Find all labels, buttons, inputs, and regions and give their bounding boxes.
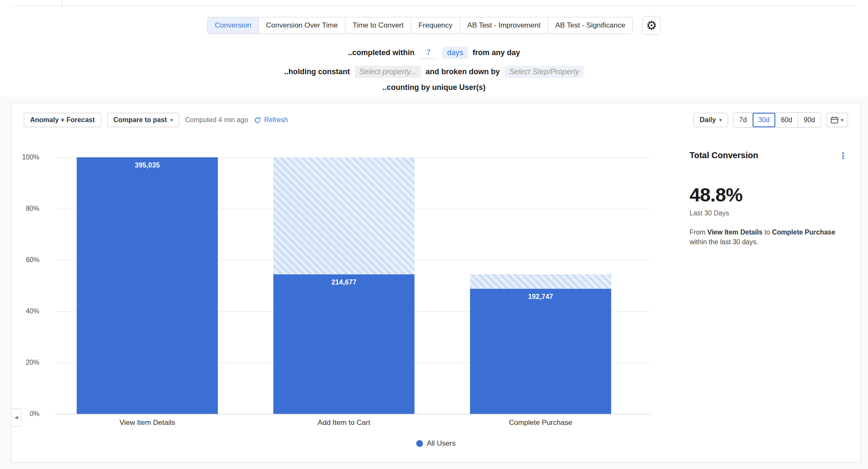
computed-timestamp: Computed 4 min ago xyxy=(185,116,248,124)
funnel-chart-card: Anomaly + Forecast Compare to past ▾ Com… xyxy=(11,103,861,463)
range-60d[interactable]: 60d xyxy=(775,113,798,127)
summary-header: Total Conversion ⋮ xyxy=(690,151,847,160)
chevron-down-icon: ▾ xyxy=(719,117,722,123)
chevron-down-icon: ▾ xyxy=(841,117,843,123)
broken-down-by-label: and broken down by xyxy=(426,67,500,76)
x-axis-label: Add Item to Cart xyxy=(273,419,415,427)
compare-to-past-dropdown[interactable]: Compare to past ▾ xyxy=(107,113,179,127)
date-range-selector: 7d30d60d90d xyxy=(733,112,821,128)
summary-title: Total Conversion xyxy=(690,151,758,160)
tab-time-to-convert[interactable]: Time to Convert xyxy=(345,17,411,34)
holding-breakdown-row: ..holding constant Select property... an… xyxy=(0,66,868,78)
tab-frequency[interactable]: Frequency xyxy=(411,17,459,34)
bar-value-label: 214,677 xyxy=(273,279,415,286)
range-7d[interactable]: 7d xyxy=(734,113,752,127)
legend-label: All Users xyxy=(427,439,456,448)
y-axis-tick: 20% xyxy=(15,359,39,366)
from-any-day-label: from any day xyxy=(473,48,520,57)
legend-marker xyxy=(416,440,423,447)
holding-property-select[interactable]: Select property... xyxy=(355,66,421,78)
settings-button[interactable]: ⚙ xyxy=(642,16,661,35)
range-90d[interactable]: 90d xyxy=(798,113,821,127)
triangle-left-icon: ◀ xyxy=(14,415,18,420)
tab-ab-test-improvement[interactable]: AB Test - Improvement xyxy=(460,17,548,34)
counting-by-row: ..counting by unique User(s) xyxy=(0,83,868,92)
top-strip xyxy=(0,0,868,6)
window-unit-dropdown[interactable]: days xyxy=(442,47,468,59)
y-axis-tick: 40% xyxy=(15,307,39,315)
conversion-period: Last 30 Days xyxy=(690,209,847,217)
compare-to-past-label: Compare to past xyxy=(114,116,167,124)
refresh-label: Refresh xyxy=(264,116,288,124)
view-tabs: ConversionConversion Over TimeTime to Co… xyxy=(207,17,633,34)
breakdown-property-select[interactable]: Select Step/Property xyxy=(504,66,584,78)
interval-label: Daily xyxy=(700,116,716,124)
calendar-dropdown[interactable]: ▾ xyxy=(826,113,848,127)
funnel-bar[interactable]: 214,677 xyxy=(273,274,415,414)
funnel-bar[interactable]: 395,035 xyxy=(77,157,218,414)
y-axis-tick: 100% xyxy=(15,154,39,161)
refresh-icon xyxy=(254,117,261,124)
tab-conversion-over-time[interactable]: Conversion Over Time xyxy=(259,17,345,34)
holding-constant-label: ..holding constant xyxy=(284,67,350,76)
y-axis-tick: 60% xyxy=(15,256,39,264)
interval-dropdown[interactable]: Daily ▾ xyxy=(693,113,728,127)
x-axis-label: Complete Purchase xyxy=(470,419,611,427)
conversion-window-row: ..completed within 7 days from any day xyxy=(0,47,868,59)
funnel-bar[interactable]: 192,747 xyxy=(470,289,611,414)
x-axis-label: View Item Details xyxy=(77,419,218,427)
collapse-panel-button[interactable]: ◀ xyxy=(11,408,22,427)
conversion-description: From View Item Details to Complete Purch… xyxy=(690,227,847,247)
counting-by-label: ..counting by unique User(s) xyxy=(382,83,485,92)
conversion-value: 48.8% xyxy=(690,184,847,206)
y-axis-tick: 80% xyxy=(15,205,39,212)
funnel-chart: 0%20%40%60%80%100%395,035View Item Detai… xyxy=(56,157,651,414)
drop-off-segment[interactable] xyxy=(470,274,611,289)
tab-conversion[interactable]: Conversion xyxy=(208,17,259,34)
calendar-icon xyxy=(831,116,838,124)
chart-legend[interactable]: All Users xyxy=(11,439,860,448)
bar-value-label: 395,035 xyxy=(77,162,218,169)
kebab-menu-icon[interactable]: ⋮ xyxy=(839,151,847,160)
chevron-down-icon: ▾ xyxy=(170,117,173,123)
tab-ab-test-significance[interactable]: AB Test - Significance xyxy=(548,17,632,34)
drop-off-segment[interactable] xyxy=(273,157,415,274)
total-conversion-panel: Total Conversion ⋮ 48.8% Last 30 Days Fr… xyxy=(690,151,847,247)
range-30d[interactable]: 30d xyxy=(752,113,775,127)
bar-value-label: 192,747 xyxy=(470,293,611,301)
refresh-button[interactable]: Refresh xyxy=(254,116,288,124)
completed-within-label: ..completed within xyxy=(348,48,415,57)
gear-icon: ⚙ xyxy=(646,20,657,32)
divider xyxy=(62,0,62,6)
view-tabs-row: ConversionConversion Over TimeTime to Co… xyxy=(0,6,868,35)
anomaly-forecast-button[interactable]: Anomaly + Forecast xyxy=(24,113,101,127)
chart-toolbar-right: Daily ▾ 7d30d60d90d ▾ xyxy=(693,112,848,128)
chart-toolbar-left: Anomaly + Forecast Compare to past ▾ Com… xyxy=(24,113,288,127)
window-value-input[interactable]: 7 xyxy=(419,47,438,59)
chart-toolbar: Anomaly + Forecast Compare to past ▾ Com… xyxy=(24,112,848,128)
header-section: ConversionConversion Over TimeTime to Co… xyxy=(0,0,868,96)
funnel-query-header: ConversionConversion Over TimeTime to Co… xyxy=(0,6,868,96)
